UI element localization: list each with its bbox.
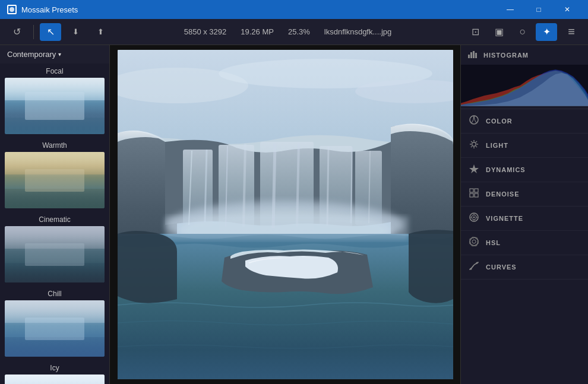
svg-rect-26 bbox=[473, 51, 475, 58]
preset-icy-thumb bbox=[5, 375, 105, 384]
select-icon: ↖ bbox=[47, 26, 55, 37]
svg-rect-40 bbox=[470, 189, 473, 192]
export-button[interactable]: ⬆ bbox=[90, 23, 111, 41]
light-label: LIGHT bbox=[486, 142, 508, 149]
preset-focal-label: Focal bbox=[5, 67, 105, 75]
main-image bbox=[118, 50, 453, 379]
undo-button[interactable]: ↺ bbox=[6, 23, 27, 41]
histogram-icon bbox=[468, 50, 478, 60]
right-panel: HISTOGRAM bbox=[460, 45, 588, 384]
svg-rect-42 bbox=[470, 193, 473, 197]
window-controls: — □ ✕ bbox=[497, 0, 581, 19]
select-button[interactable]: ↖ bbox=[40, 23, 61, 41]
export-icon: ⬆ bbox=[97, 27, 104, 36]
adj-color[interactable]: COLOR bbox=[461, 109, 588, 134]
presets-sidebar: Contemporary ▾ Focal Warmth bbox=[0, 45, 110, 384]
preset-warmth-thumb bbox=[5, 152, 105, 208]
minimize-button[interactable]: — bbox=[497, 0, 524, 19]
preset-icy[interactable]: Icy bbox=[0, 360, 109, 384]
svg-line-35 bbox=[471, 141, 472, 142]
menu-button[interactable]: ≡ bbox=[561, 23, 582, 41]
curves-icon bbox=[468, 261, 480, 273]
right-tools: ⊡ ▣ ○ ✦ bbox=[464, 23, 557, 41]
adj-light[interactable]: LIGHT bbox=[461, 134, 588, 158]
undo-icon: ↺ bbox=[13, 26, 21, 37]
adj-denoise[interactable]: DENOISE bbox=[461, 182, 588, 207]
titlebar: Mossaik Presets — □ ✕ bbox=[0, 0, 588, 19]
crop-button[interactable]: ⊡ bbox=[464, 23, 486, 41]
adj-vignette[interactable]: VIGNETTE bbox=[461, 207, 588, 231]
circle-icon: ○ bbox=[520, 26, 526, 38]
preset-cinematic-thumb bbox=[5, 226, 105, 283]
svg-point-46 bbox=[473, 217, 475, 218]
svg-line-18 bbox=[273, 143, 275, 228]
import-button[interactable]: ⬇ bbox=[65, 23, 86, 41]
color-icon bbox=[468, 115, 480, 127]
preset-chill-label: Chill bbox=[5, 290, 105, 298]
hsl-icon bbox=[468, 237, 480, 249]
dynamics-icon bbox=[468, 164, 480, 176]
frame-icon: ▣ bbox=[495, 26, 504, 37]
magic-button[interactable]: ✦ bbox=[536, 23, 557, 41]
main-toolbar: ↺ ↖ ⬇ ⬆ 5850 x 3292 19.26 MP 25.3% lksdn… bbox=[0, 19, 588, 45]
frame-button[interactable]: ▣ bbox=[488, 23, 510, 41]
svg-marker-39 bbox=[469, 164, 479, 173]
histogram-header[interactable]: HISTOGRAM bbox=[461, 45, 588, 65]
adj-dynamics[interactable]: DYNAMICS bbox=[461, 158, 588, 182]
denoise-icon bbox=[468, 188, 480, 200]
svg-rect-27 bbox=[475, 53, 477, 58]
preset-cinematic[interactable]: Cinematic bbox=[0, 212, 109, 286]
vignette-icon bbox=[468, 212, 480, 224]
curves-label: CURVES bbox=[486, 264, 517, 271]
preset-warmth[interactable]: Warmth bbox=[0, 138, 109, 212]
close-button[interactable]: ✕ bbox=[554, 0, 581, 19]
circle-button[interactable]: ○ bbox=[512, 23, 533, 41]
category-header[interactable]: Contemporary ▾ bbox=[0, 45, 109, 64]
adj-hsl[interactable]: HSL bbox=[461, 231, 588, 255]
maximize-button[interactable]: □ bbox=[525, 0, 552, 19]
image-filename: lksdnflknsdgfk....jpg bbox=[324, 27, 391, 36]
preset-chill[interactable]: Chill bbox=[0, 286, 109, 360]
separator-1 bbox=[33, 25, 34, 39]
image-megapixels: 19.26 MP bbox=[241, 27, 274, 36]
svg-rect-43 bbox=[475, 193, 478, 197]
magic-icon: ✦ bbox=[543, 26, 551, 37]
svg-point-53 bbox=[472, 240, 476, 243]
svg-line-20 bbox=[327, 147, 328, 226]
svg-point-30 bbox=[472, 142, 476, 147]
svg-line-36 bbox=[476, 147, 478, 148]
preset-focal-thumb bbox=[5, 78, 105, 134]
crop-icon: ⊡ bbox=[472, 26, 479, 37]
color-label: COLOR bbox=[486, 118, 513, 125]
app-title: Mossaik Presets bbox=[21, 5, 492, 14]
svg-point-1 bbox=[10, 7, 14, 12]
app-icon bbox=[7, 5, 17, 14]
svg-point-55 bbox=[476, 262, 478, 264]
preset-focal[interactable]: Focal bbox=[0, 64, 109, 138]
adjustments-list: COLOR LIGHT bbox=[461, 109, 588, 280]
light-icon bbox=[468, 139, 480, 151]
histogram-section: HISTOGRAM bbox=[461, 45, 588, 109]
svg-rect-25 bbox=[470, 52, 472, 58]
import-icon: ⬇ bbox=[72, 27, 79, 36]
image-metadata: 5850 x 3292 19.26 MP 25.3% lksdnflknsdgf… bbox=[115, 27, 461, 36]
preset-chill-thumb bbox=[5, 300, 105, 357]
vignette-label: VIGNETTE bbox=[486, 215, 523, 222]
svg-rect-23 bbox=[165, 216, 409, 240]
denoise-label: DENOISE bbox=[486, 191, 520, 198]
svg-rect-41 bbox=[475, 189, 478, 192]
image-zoom: 25.3% bbox=[288, 27, 310, 36]
preset-cinematic-label: Cinematic bbox=[5, 215, 105, 224]
hsl-label: HSL bbox=[486, 239, 501, 246]
category-label: Contemporary bbox=[7, 50, 56, 59]
svg-point-54 bbox=[470, 268, 472, 270]
histogram-label: HISTOGRAM bbox=[483, 52, 529, 59]
menu-icon: ≡ bbox=[568, 25, 575, 39]
preset-icy-label: Icy bbox=[5, 364, 105, 372]
image-dimensions: 5850 x 3292 bbox=[184, 27, 227, 36]
scene-svg bbox=[118, 50, 453, 379]
canvas-area bbox=[110, 45, 460, 384]
adj-curves[interactable]: CURVES bbox=[461, 255, 588, 280]
svg-line-38 bbox=[471, 147, 472, 148]
svg-line-37 bbox=[476, 141, 478, 142]
